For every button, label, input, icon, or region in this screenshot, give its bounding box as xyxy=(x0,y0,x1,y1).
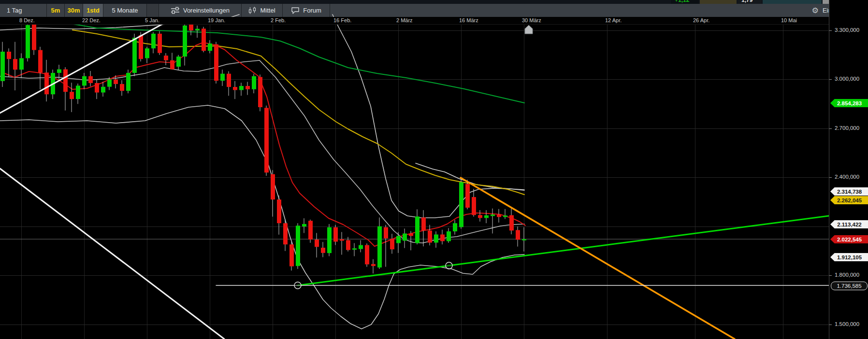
candle-up xyxy=(132,38,137,73)
candle-down xyxy=(478,215,482,218)
candle-down xyxy=(70,92,74,99)
candle-down xyxy=(139,35,143,59)
date-label: 12 Apr. xyxy=(605,17,622,23)
candle-down xyxy=(333,227,338,242)
price-tag: 2.854,283 xyxy=(830,99,868,107)
candlestick-chart[interactable] xyxy=(0,0,829,339)
candle-down xyxy=(390,239,394,249)
candle-up xyxy=(252,76,256,89)
price-tick-label: 2.400,000 xyxy=(835,174,859,180)
candle-up xyxy=(19,58,24,70)
candle-down xyxy=(13,59,17,70)
candle-down xyxy=(164,56,168,60)
candle-up xyxy=(0,52,5,81)
price-tag: 2.022,545 xyxy=(830,235,868,243)
candle-down xyxy=(321,248,325,253)
date-label: 22 Dez. xyxy=(82,17,101,23)
candle-up xyxy=(126,73,130,91)
date-axis[interactable]: 8 Dez.22 Dez.5 Jan.19 Jan.2 Feb.16 Feb.2… xyxy=(0,17,868,24)
candle-down xyxy=(283,223,288,244)
price-tag: 1.912,105 xyxy=(830,253,868,261)
candle-down xyxy=(384,227,388,239)
candle-down xyxy=(202,28,206,51)
candle-down xyxy=(38,50,43,73)
candle-up xyxy=(459,182,463,227)
candle-up xyxy=(76,85,80,99)
candle-up xyxy=(522,239,526,240)
axis-drag-marker[interactable] xyxy=(525,25,533,34)
white-ma xyxy=(416,163,524,190)
falling-white-trendline[interactable] xyxy=(0,169,224,339)
candle-down xyxy=(44,72,49,94)
candle-down xyxy=(88,76,93,83)
date-label: 10 Mai xyxy=(781,17,797,23)
candle-down xyxy=(63,70,68,92)
candle-down xyxy=(516,230,520,240)
candle-up xyxy=(503,215,507,217)
trading-chart-app: +1,121,79 1 Tag 5m 30m 1std 5 Monate xyxy=(0,0,868,339)
candle-down xyxy=(120,84,124,91)
date-label: 19 Jan. xyxy=(208,17,225,23)
price-tick xyxy=(829,275,832,276)
candle-up xyxy=(302,224,306,226)
candle-up xyxy=(491,214,495,216)
candle-up xyxy=(220,74,225,81)
price-tag: 2.113,422 xyxy=(830,220,868,228)
candle-down xyxy=(271,174,275,199)
candle-up xyxy=(453,223,457,231)
candle-up xyxy=(151,34,156,48)
candle-up xyxy=(327,227,332,253)
price-tick xyxy=(829,79,832,80)
price-tick xyxy=(829,30,832,31)
candle-up xyxy=(183,26,187,56)
date-label: 2 Feb. xyxy=(271,17,286,23)
candle-down xyxy=(246,86,250,89)
candle-down xyxy=(289,244,294,266)
candle-up xyxy=(57,70,61,73)
candle-down xyxy=(7,52,11,59)
price-tick-label: 3.300,000 xyxy=(835,27,859,33)
candle-up xyxy=(415,216,420,243)
candle-down xyxy=(409,234,413,236)
candle-up xyxy=(26,25,30,58)
candle-down xyxy=(32,24,36,50)
candle-down xyxy=(258,77,262,107)
candle-up xyxy=(396,236,401,243)
candle-down xyxy=(227,74,231,87)
candle-down xyxy=(509,215,514,231)
candle-down xyxy=(346,240,350,250)
candle-down xyxy=(440,235,445,241)
price-tick-label: 2.700,000 xyxy=(835,125,859,131)
candle-up xyxy=(352,248,357,250)
price-tag: 2.314,738 xyxy=(830,187,868,196)
candle-up xyxy=(195,29,200,30)
candle-down xyxy=(95,83,99,93)
candle-up xyxy=(208,43,212,51)
date-label: 30 März xyxy=(522,17,541,23)
date-label: 2 März xyxy=(396,17,413,23)
candle-down xyxy=(365,245,369,265)
candle-down xyxy=(428,230,432,242)
candle-down xyxy=(114,79,118,84)
price-tag: 2.262,045 xyxy=(830,196,868,204)
price-tick-label: 1.500,000 xyxy=(835,321,859,327)
candle-down xyxy=(497,214,501,217)
candle-up xyxy=(403,234,407,241)
red-ema xyxy=(2,42,525,246)
candle-down xyxy=(465,184,470,208)
candle-down xyxy=(277,199,281,223)
price-tick xyxy=(829,128,832,129)
price-tick-label: 3.000,000 xyxy=(835,76,859,82)
candle-down xyxy=(340,239,344,240)
candle-down xyxy=(170,60,174,70)
candle-up xyxy=(377,226,382,268)
trendline-handle[interactable] xyxy=(446,262,452,269)
candle-down xyxy=(472,197,476,215)
candle-down xyxy=(264,108,269,172)
trendline-handle[interactable] xyxy=(294,282,301,289)
date-label: 16 Feb. xyxy=(333,17,351,23)
date-label: 26 Apr. xyxy=(693,17,709,23)
candle-up xyxy=(484,215,489,218)
candle-down xyxy=(308,221,313,240)
price-scale[interactable]: 3.300,0003.000,0002.700,0002.400,0001.80… xyxy=(829,0,868,339)
